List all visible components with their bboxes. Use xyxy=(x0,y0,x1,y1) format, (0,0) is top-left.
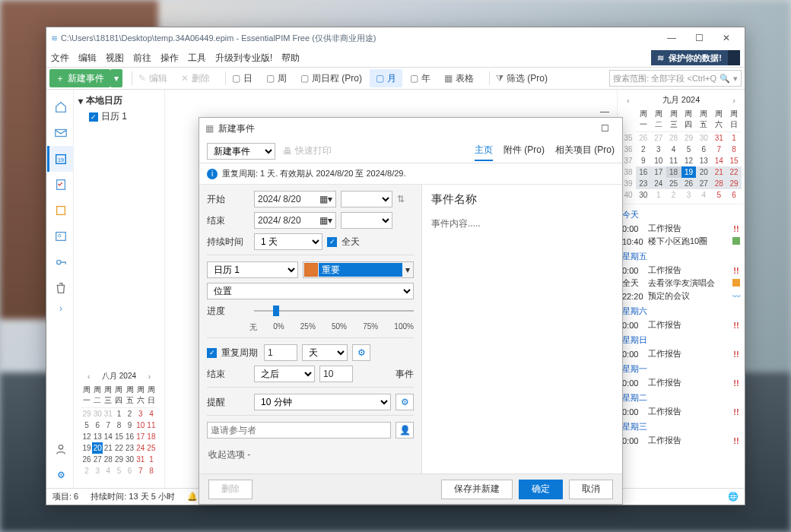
new-event-button[interactable]: ＋新建事件 xyxy=(49,69,110,87)
recur-end-count[interactable]: 10 xyxy=(319,366,353,382)
tab-main[interactable]: 主页 xyxy=(475,141,493,161)
gear-icon: ⚙ xyxy=(57,470,65,480)
delete-button[interactable]: 删除 xyxy=(208,480,253,499)
agenda-event[interactable]: 0:00工作报告!! xyxy=(621,318,742,331)
minical-left[interactable]: ‹八月 2024› 周一周二周三周四周五周六周日 293031123456789… xyxy=(78,366,160,480)
checkbox-checked-icon[interactable]: ✓ xyxy=(89,112,98,122)
edit-button[interactable]: ✎编辑 xyxy=(124,69,173,87)
category-select[interactable]: 重要 ▾ xyxy=(303,261,414,278)
invite-input[interactable] xyxy=(207,422,391,439)
next-month[interactable]: › xyxy=(145,372,154,381)
agenda-event[interactable]: 0:00工作报告!! xyxy=(621,347,742,360)
recurrence-checkbox[interactable]: ✓ xyxy=(207,348,217,358)
collapse-options-link[interactable]: 收起选项 - xyxy=(207,443,414,466)
rail-home[interactable] xyxy=(47,94,73,120)
quick-print-button[interactable]: 🖶快速打印 xyxy=(283,144,332,157)
start-date-input[interactable]: 2024/ 8/20▦▾ xyxy=(254,191,336,207)
rail-contacts[interactable] xyxy=(47,223,73,249)
view-month[interactable]: ▢月 xyxy=(370,69,402,87)
view-weeksched[interactable]: ▢周日程 (Pro) xyxy=(294,69,368,87)
agenda-event[interactable]: 0:00工作报告!! xyxy=(621,264,742,277)
end-date-input[interactable]: 2024/ 8/20▦▾ xyxy=(254,212,336,229)
ok-button[interactable]: 确定 xyxy=(519,480,563,499)
sidebar-head[interactable]: ▾本地日历 xyxy=(78,94,160,107)
calendar-icon: ▢ xyxy=(300,73,309,84)
globe-icon[interactable]: 🌐 xyxy=(728,492,739,502)
menu-go[interactable]: 前往 xyxy=(133,52,151,65)
menu-tools[interactable]: 工具 xyxy=(188,52,206,65)
recur-end-select[interactable]: 之后 xyxy=(254,366,315,382)
promo-banner[interactable]: ≋ 保护你的数据! xyxy=(651,50,740,65)
invite-picker-button[interactable]: 👤 xyxy=(396,422,414,439)
svg-rect-4 xyxy=(57,207,65,215)
filter-button[interactable]: ⧩筛选 (Pro) xyxy=(481,69,554,87)
rail-notes[interactable] xyxy=(47,198,73,223)
location-select[interactable]: 位置 xyxy=(207,283,414,299)
next-month[interactable]: › xyxy=(729,96,739,105)
prev-month[interactable]: ‹ xyxy=(84,372,93,381)
sidebar-item-calendar1[interactable]: ✓ 日历 1 xyxy=(78,107,160,123)
reminder-settings-button[interactable]: ⚙ xyxy=(396,394,414,410)
start-time-input[interactable] xyxy=(341,191,392,207)
view-week[interactable]: ▢周 xyxy=(260,69,293,87)
view-year[interactable]: ▢年 xyxy=(404,69,437,87)
event-preview[interactable]: 事件名称 事件内容..... xyxy=(421,185,622,473)
allday-checkbox[interactable]: ✓ xyxy=(327,237,337,247)
tab-related[interactable]: 相关项目 (Pro) xyxy=(555,141,615,161)
rail-tasks[interactable] xyxy=(47,172,73,198)
prev-month[interactable]: ‹ xyxy=(624,96,633,105)
recur-unit-select[interactable]: 天 xyxy=(302,344,348,361)
rail-trash[interactable] xyxy=(47,275,73,301)
agenda-event[interactable]: 0:00工作报告!! xyxy=(621,405,742,418)
agenda-list[interactable]: 今天0:00工作报告!!10:40楼下小区跑10圈星期五0:00工作报告!!全天… xyxy=(618,204,745,488)
agenda-event[interactable]: 0:00工作报告!! xyxy=(621,434,742,447)
reminder-select[interactable]: 10 分钟 xyxy=(254,394,391,410)
rail-mail[interactable] xyxy=(47,120,73,146)
recur-settings-button[interactable]: ⚙ xyxy=(352,344,370,361)
rail-settings[interactable]: ⚙ xyxy=(47,462,73,488)
rail-calendar[interactable]: 19 xyxy=(47,146,73,172)
delete-button[interactable]: ✕删除 xyxy=(175,69,216,87)
close-button[interactable]: ✕ xyxy=(713,29,740,47)
calendar-sidebar: ▾本地日历 ✓ 日历 1 ‹八月 2024› 周一周二周三周四周五周六周日 29… xyxy=(74,90,165,488)
menu-upgrade[interactable]: 升级到专业版! xyxy=(215,52,272,65)
recur-count-input[interactable]: 1 xyxy=(264,344,297,361)
maximize-button[interactable]: ☐ xyxy=(685,29,713,47)
color-swatch xyxy=(304,263,318,277)
event-type-select[interactable]: 新建事件 xyxy=(207,143,275,160)
menu-help[interactable]: 帮助 xyxy=(281,52,300,65)
view-table[interactable]: ▦表格 xyxy=(438,69,480,87)
progress-slider[interactable] xyxy=(254,304,414,318)
tab-attachments[interactable]: 附件 (Pro) xyxy=(504,141,545,161)
dialog-maximize[interactable]: ☐ xyxy=(593,120,616,137)
agenda-event[interactable]: 10:40楼下小区跑10圈 xyxy=(621,235,742,248)
link-icon[interactable]: ⇅ xyxy=(397,194,405,204)
cancel-button[interactable]: 取消 xyxy=(569,480,613,499)
new-event-dialog: ▦ 新建事件 — ☐ ✕ 新建事件 🖶快速打印 主页 附件 (Pro) 相关项目… xyxy=(199,117,623,505)
view-day[interactable]: ▢日 xyxy=(218,69,259,87)
svg-point-8 xyxy=(59,445,62,449)
menu-edit[interactable]: 编辑 xyxy=(78,52,97,65)
menu-file[interactable]: 文件 xyxy=(51,52,69,65)
agenda-event[interactable]: 全天去看张学友演唱会 xyxy=(621,277,742,290)
search-input[interactable]: 搜索范围: 全部字段 <Ctrl+Q 🔍 ▾ xyxy=(609,70,742,87)
new-event-dropdown[interactable]: ▾ xyxy=(110,69,122,87)
duration-select[interactable]: 1 天 xyxy=(254,233,322,250)
dialog-minimize[interactable]: — xyxy=(593,103,616,120)
wave-icon: ≋ xyxy=(657,53,664,63)
menu-view[interactable]: 视图 xyxy=(106,52,124,65)
agenda-event[interactable]: 0:00工作报告!! xyxy=(621,222,742,235)
menu-action[interactable]: 操作 xyxy=(160,52,179,65)
status-items: 项目: 6 xyxy=(52,491,78,502)
minimize-button[interactable]: — xyxy=(658,29,685,47)
agenda-event[interactable]: 0:00工作报告!! xyxy=(621,376,742,389)
minical-right[interactable]: ‹九月 2024› 周一周二周三周四周五周六周日 352627282930311… xyxy=(618,90,745,204)
rail-user[interactable] xyxy=(47,436,73,462)
window-controls: — ☐ ✕ xyxy=(658,29,740,47)
agenda-event[interactable]: 22:20预定的会议〰 xyxy=(621,290,742,302)
calendar-select[interactable]: 日历 1 xyxy=(207,261,298,278)
rail-collapse[interactable]: › xyxy=(47,301,73,316)
save-and-new-button[interactable]: 保存并新建 xyxy=(441,480,513,499)
end-time-input[interactable] xyxy=(341,212,392,229)
rail-passwords[interactable] xyxy=(47,249,73,275)
